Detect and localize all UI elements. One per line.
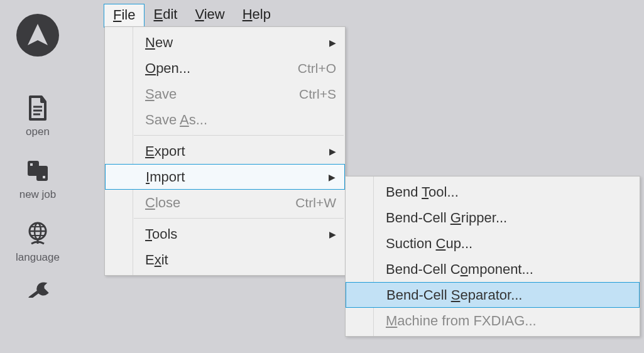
document-icon xyxy=(24,94,52,122)
file-dropdown: New ▶ Open... Ctrl+O Save Ctrl+S Save As… xyxy=(104,26,346,276)
shortcut-label: Ctrl+S xyxy=(299,87,336,102)
menu-view[interactable]: View xyxy=(186,4,233,28)
svg-rect-6 xyxy=(30,163,33,166)
submenu-arrow-icon: ▶ xyxy=(329,146,336,156)
wrench-icon xyxy=(24,280,52,298)
menu-exit[interactable]: Exit xyxy=(105,247,345,273)
menu-separator xyxy=(134,135,344,136)
sidebar-language[interactable]: language xyxy=(16,220,60,264)
menu-open[interactable]: Open... Ctrl+O xyxy=(105,55,345,81)
menu-import[interactable]: Import ▶ xyxy=(105,164,345,190)
menu-tools[interactable]: Tools ▶ xyxy=(105,221,345,247)
menu-edit[interactable]: Edit xyxy=(145,4,186,28)
sidebar-new-job-label: new job xyxy=(19,188,57,201)
menu-separator xyxy=(134,218,344,219)
menu-new[interactable]: New ▶ xyxy=(105,30,345,55)
menu-save: Save Ctrl+S xyxy=(105,81,345,107)
sidebar-language-label: language xyxy=(16,251,60,264)
menu-export[interactable]: Export ▶ xyxy=(105,138,345,164)
menu-file[interactable]: File xyxy=(104,4,145,28)
sidebar-settings[interactable] xyxy=(24,280,52,298)
sidebar-open-label: open xyxy=(26,126,50,138)
menu-help[interactable]: Help xyxy=(234,4,280,28)
submenu-bend-tool[interactable]: Bend Tool... xyxy=(346,179,640,205)
sidebar-open[interactable]: open xyxy=(24,94,52,138)
arrow-up-icon xyxy=(24,21,52,49)
submenu-bend-cell-component[interactable]: Bend-Cell Component... xyxy=(346,256,640,282)
globe-icon xyxy=(24,220,52,247)
shortcut-label: Ctrl+O xyxy=(298,61,336,76)
submenu-bend-cell-separator[interactable]: Bend-Cell Separator... xyxy=(346,282,640,308)
menu-close: Close Ctrl+W xyxy=(105,190,345,215)
svg-marker-0 xyxy=(28,24,48,45)
submenu-machine-from-fxdiag: Machine from FXDIAG... xyxy=(346,308,640,334)
sidebar: open new job language xyxy=(0,0,75,353)
app-logo xyxy=(16,14,59,57)
sidebar-new-job[interactable]: new job xyxy=(19,157,57,201)
import-submenu: Bend Tool... Bend-Cell Gripper... Suctio… xyxy=(345,176,640,337)
svg-rect-7 xyxy=(43,176,45,178)
menu-save-as: Save As... xyxy=(105,107,345,133)
shortcut-label: Ctrl+W xyxy=(295,195,336,210)
submenu-arrow-icon: ▶ xyxy=(329,229,336,239)
submenu-arrow-icon: ▶ xyxy=(329,172,336,182)
svg-rect-5 xyxy=(36,166,48,181)
submenu-arrow-icon: ▶ xyxy=(329,38,336,48)
new-job-icon xyxy=(24,157,52,185)
submenu-suction-cup[interactable]: Suction Cup... xyxy=(346,231,640,256)
submenu-bend-cell-gripper[interactable]: Bend-Cell Gripper... xyxy=(346,205,640,231)
menubar: File Edit View Help xyxy=(104,4,280,28)
